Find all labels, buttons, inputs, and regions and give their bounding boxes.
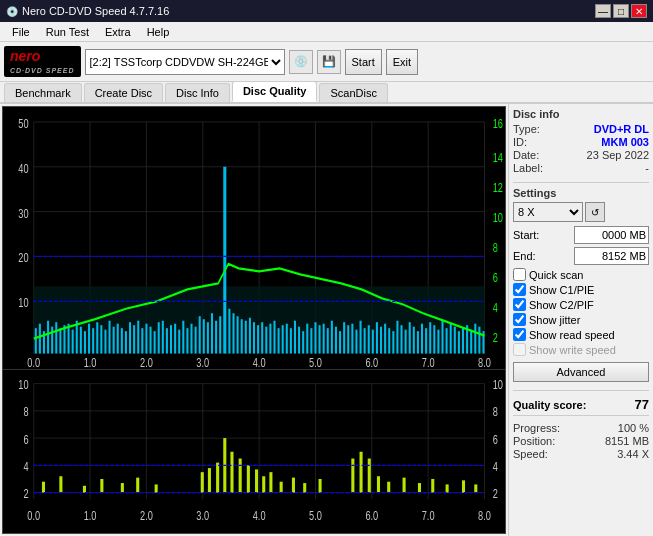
svg-rect-61 (125, 331, 127, 353)
show-c2pif-checkbox[interactable] (513, 298, 526, 311)
svg-text:30: 30 (18, 206, 28, 220)
svg-rect-115 (347, 325, 349, 353)
show-read-speed-checkbox[interactable] (513, 328, 526, 341)
svg-rect-63 (133, 325, 135, 353)
svg-rect-80 (203, 319, 205, 353)
svg-rect-86 (228, 309, 230, 354)
svg-rect-107 (314, 322, 316, 353)
minimize-button[interactable]: — (595, 4, 611, 18)
svg-rect-114 (343, 322, 345, 353)
tab-scan-disc[interactable]: ScanDisc (319, 83, 387, 102)
svg-text:1.0: 1.0 (84, 508, 97, 522)
upper-chart: 50 40 30 20 10 16 14 12 10 8 6 4 2 0.0 1… (3, 107, 505, 370)
menu-run-test[interactable]: Run Test (38, 24, 97, 40)
svg-text:40: 40 (18, 161, 28, 175)
exit-button[interactable]: Exit (386, 49, 418, 75)
disc-type-label: Type: (513, 123, 540, 135)
svg-rect-50 (80, 327, 82, 354)
speed-row: 8 X ↺ (513, 202, 649, 222)
svg-rect-145 (470, 330, 472, 354)
svg-rect-197 (239, 458, 242, 492)
svg-rect-96 (269, 324, 271, 354)
lower-chart-svg: 10 8 6 4 2 10 8 6 4 2 0.0 1.0 2.0 3.0 4.… (3, 370, 505, 533)
disc-label-value: - (645, 162, 649, 174)
svg-text:2: 2 (493, 486, 498, 500)
svg-rect-70 (162, 321, 164, 354)
menu-extra[interactable]: Extra (97, 24, 139, 40)
svg-rect-66 (145, 324, 147, 354)
end-input[interactable] (574, 247, 649, 265)
position-row: Position: 8151 MB (513, 435, 649, 447)
svg-rect-42 (47, 321, 49, 354)
speed-select[interactable]: 8 X (513, 202, 583, 222)
svg-text:0.0: 0.0 (27, 355, 40, 368)
drive-select[interactable]: [2:2] TSSTcorp CDDVDW SH-224GB SB00 (85, 49, 285, 75)
svg-rect-102 (294, 321, 296, 354)
svg-rect-207 (360, 451, 363, 492)
svg-rect-141 (454, 327, 456, 354)
maximize-button[interactable]: □ (613, 4, 629, 18)
svg-rect-136 (433, 325, 435, 353)
tab-disc-info[interactable]: Disc Info (165, 83, 230, 102)
svg-text:6.0: 6.0 (365, 508, 378, 522)
svg-rect-71 (166, 328, 168, 353)
svg-rect-100 (286, 324, 288, 354)
svg-rect-72 (170, 325, 172, 353)
svg-rect-78 (195, 327, 197, 354)
svg-rect-213 (431, 479, 434, 493)
end-label: End: (513, 250, 536, 262)
right-panel: Disc info Type: DVD+R DL ID: MKM 003 Dat… (508, 104, 653, 536)
svg-rect-84 (219, 316, 221, 353)
show-jitter-row: Show jitter (513, 313, 649, 326)
advanced-button[interactable]: Advanced (513, 362, 649, 382)
svg-rect-118 (360, 321, 362, 354)
svg-rect-129 (405, 330, 407, 354)
disc-icon[interactable]: 💿 (289, 50, 313, 74)
svg-rect-134 (425, 328, 427, 353)
svg-rect-57 (109, 321, 111, 354)
save-icon[interactable]: 💾 (317, 50, 341, 74)
svg-rect-203 (292, 477, 295, 492)
svg-rect-133 (421, 324, 423, 354)
menu-help[interactable]: Help (139, 24, 178, 40)
menu-file[interactable]: File (4, 24, 38, 40)
svg-rect-82 (211, 313, 213, 353)
svg-rect-205 (319, 479, 322, 493)
disc-date-value: 23 Sep 2022 (587, 149, 649, 161)
svg-rect-209 (377, 476, 380, 492)
quick-scan-checkbox[interactable] (513, 268, 526, 281)
svg-rect-111 (331, 321, 333, 354)
svg-rect-106 (310, 328, 312, 353)
svg-rect-124 (384, 324, 386, 354)
svg-rect-74 (178, 330, 180, 354)
tab-benchmark[interactable]: Benchmark (4, 83, 82, 102)
svg-rect-56 (104, 330, 106, 354)
end-field-row: End: (513, 247, 649, 265)
svg-text:4: 4 (493, 300, 499, 314)
svg-rect-64 (137, 321, 139, 354)
svg-rect-52 (88, 324, 90, 354)
svg-rect-122 (376, 322, 378, 353)
show-c1pie-checkbox[interactable] (513, 283, 526, 296)
start-field-row: Start: (513, 226, 649, 244)
svg-text:6: 6 (23, 432, 28, 446)
tab-disc-quality[interactable]: Disc Quality (232, 81, 318, 102)
svg-text:3.0: 3.0 (196, 355, 209, 368)
app-icon: 💿 (6, 6, 18, 17)
svg-text:4.0: 4.0 (253, 355, 266, 368)
disc-info-title: Disc info (513, 108, 649, 120)
svg-rect-194 (216, 462, 219, 492)
svg-rect-67 (150, 327, 152, 354)
tab-create-disc[interactable]: Create Disc (84, 83, 163, 102)
disc-type-value: DVD+R DL (594, 123, 649, 135)
svg-text:6: 6 (493, 432, 498, 446)
progress-value: 100 % (618, 422, 649, 434)
close-button[interactable]: ✕ (631, 4, 647, 18)
disc-info-section: Disc info Type: DVD+R DL ID: MKM 003 Dat… (513, 108, 649, 174)
svg-rect-200 (262, 476, 265, 492)
start-button[interactable]: Start (345, 49, 382, 75)
show-c2pif-row: Show C2/PIF (513, 298, 649, 311)
refresh-button[interactable]: ↺ (585, 202, 605, 222)
show-jitter-checkbox[interactable] (513, 313, 526, 326)
start-input[interactable] (574, 226, 649, 244)
